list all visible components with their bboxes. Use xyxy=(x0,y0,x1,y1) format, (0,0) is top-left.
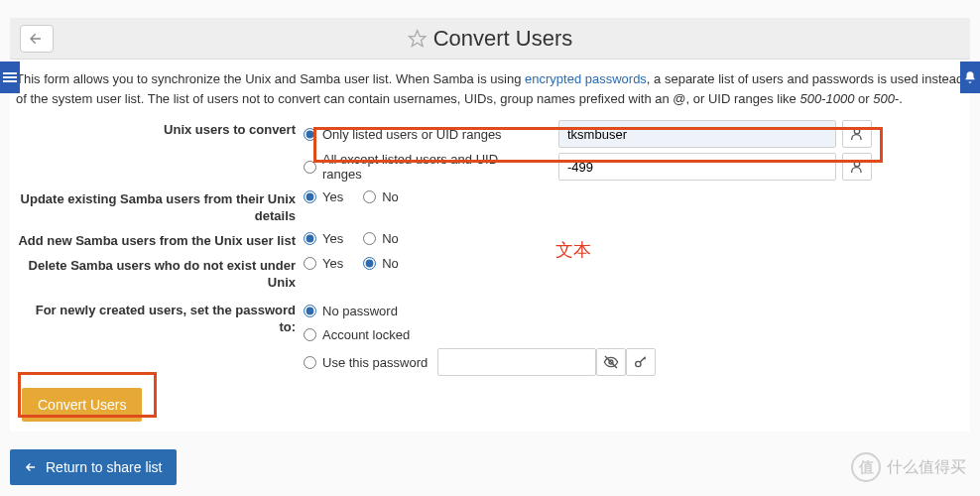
svg-marker-0 xyxy=(409,30,426,46)
return-to-share-list-button[interactable]: Return to share list xyxy=(10,449,177,485)
radio-delete-no[interactable] xyxy=(363,257,376,270)
update-existing-label: Update existing Samba users from their U… xyxy=(16,187,304,225)
encrypted-passwords-link[interactable]: encrypted passwords xyxy=(525,71,647,86)
radio-no-password[interactable] xyxy=(304,305,316,317)
unix-users-label: Unix users to convert xyxy=(16,118,304,139)
radio-add-no[interactable] xyxy=(363,232,376,245)
svg-point-2 xyxy=(854,162,859,167)
convert-users-button[interactable]: Convert Users xyxy=(22,388,142,422)
header-bar: Convert Users xyxy=(10,18,970,60)
user-picker-button-1[interactable] xyxy=(842,120,872,148)
radio-only-listed[interactable] xyxy=(304,128,316,141)
text-annotation: 文本 xyxy=(555,238,591,262)
back-arrow-icon xyxy=(29,31,45,47)
favorite-star-icon[interactable] xyxy=(408,29,428,49)
generate-password[interactable] xyxy=(626,348,656,376)
password-mode-label: For newly created users, set the passwor… xyxy=(16,299,304,336)
bell-icon xyxy=(963,70,977,84)
notifications-toggle-right[interactable] xyxy=(960,62,980,93)
radio-account-locked[interactable] xyxy=(304,328,316,341)
radio-update-no[interactable] xyxy=(363,190,376,203)
svg-point-1 xyxy=(854,129,859,134)
key-icon xyxy=(633,354,649,370)
arrow-left-icon xyxy=(24,460,38,474)
password-input[interactable] xyxy=(437,348,596,376)
hamburger-icon xyxy=(3,76,17,78)
description-text: This form allows you to synchronize the … xyxy=(16,69,964,108)
user-icon xyxy=(849,159,865,175)
only-listed-label: Only listed users or UID ranges xyxy=(322,127,539,142)
radio-use-password[interactable] xyxy=(304,356,316,369)
radio-update-yes[interactable] xyxy=(304,190,316,203)
page-title: Convert Users xyxy=(433,26,573,52)
radio-all-except[interactable] xyxy=(304,161,316,174)
sidebar-toggle-left[interactable] xyxy=(0,62,20,93)
except-users-input[interactable] xyxy=(558,153,836,181)
user-icon xyxy=(849,126,865,142)
user-picker-button-2[interactable] xyxy=(842,153,872,181)
listed-users-input[interactable] xyxy=(558,120,836,148)
radio-add-yes[interactable] xyxy=(304,232,316,245)
watermark-logo-icon: 值 xyxy=(851,452,881,482)
toggle-password-visibility[interactable] xyxy=(596,348,626,376)
delete-label: Delete Samba users who do not exist unde… xyxy=(16,254,304,292)
svg-point-5 xyxy=(636,362,641,367)
watermark: 值 什么值得买 xyxy=(851,452,966,482)
all-except-label: All except listed users and UID ranges xyxy=(322,152,539,182)
back-button[interactable] xyxy=(20,25,54,53)
eye-off-icon xyxy=(603,354,619,370)
radio-delete-yes[interactable] xyxy=(304,257,316,270)
add-new-label: Add new Samba users from the Unix user l… xyxy=(16,229,304,250)
